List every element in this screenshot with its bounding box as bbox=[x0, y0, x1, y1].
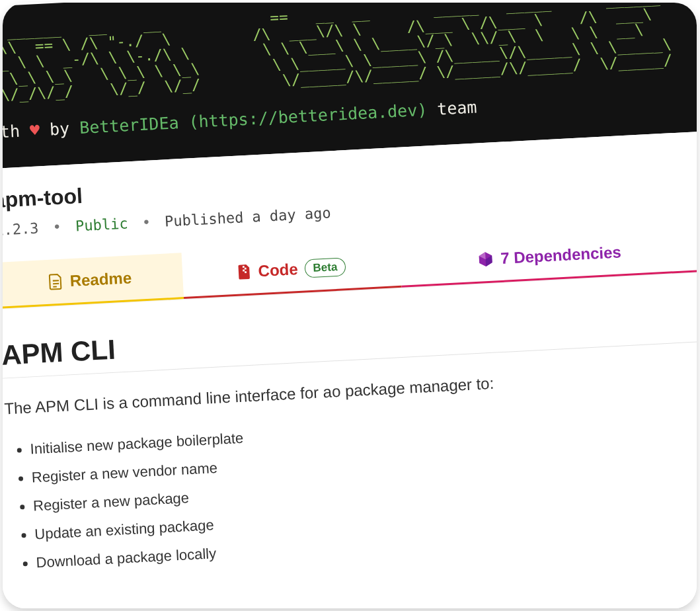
tabs-nav: Readme Code Beta bbox=[3, 226, 697, 309]
tab-code-label: Code bbox=[258, 260, 298, 280]
made-with-link[interactable]: BetterIDEa (https://betteridea.dev) bbox=[79, 101, 428, 138]
meta-separator: • bbox=[136, 214, 157, 231]
beta-badge: Beta bbox=[304, 257, 346, 278]
feature-list: Initialise new package boilerplate Regis… bbox=[6, 400, 697, 579]
made-with-prefix: Made with bbox=[3, 121, 30, 145]
meta-separator: • bbox=[47, 218, 67, 235]
svg-rect-5 bbox=[243, 269, 245, 271]
package-version: 1.2.3 bbox=[3, 220, 39, 239]
svg-rect-4 bbox=[244, 267, 246, 269]
package-visibility: Public bbox=[75, 216, 128, 235]
tab-readme-label: Readme bbox=[69, 268, 132, 290]
tab-code[interactable]: Code Beta bbox=[181, 241, 401, 299]
rotated-content: _____ ______ __ __ == __ __ _____ _____ … bbox=[3, 3, 697, 608]
tab-deps-label: 7 Dependencies bbox=[500, 243, 621, 268]
file-text-icon bbox=[48, 272, 63, 290]
package-content: apm-tool 1.2.3 • Public • Published a da… bbox=[3, 128, 697, 608]
made-with-by: by bbox=[39, 118, 80, 140]
svg-rect-3 bbox=[242, 266, 244, 268]
code-zip-icon bbox=[237, 263, 252, 280]
cube-icon bbox=[477, 250, 494, 268]
heart-icon: ♥ bbox=[29, 120, 40, 140]
tab-readme[interactable]: Readme bbox=[3, 253, 184, 309]
tab-dependencies[interactable]: 7 Dependencies bbox=[399, 226, 697, 288]
svg-rect-6 bbox=[245, 271, 247, 273]
page-card: _____ ______ __ __ == __ __ _____ _____ … bbox=[3, 3, 697, 608]
package-published: Published a day ago bbox=[165, 204, 332, 229]
made-with-team: team bbox=[427, 98, 478, 120]
